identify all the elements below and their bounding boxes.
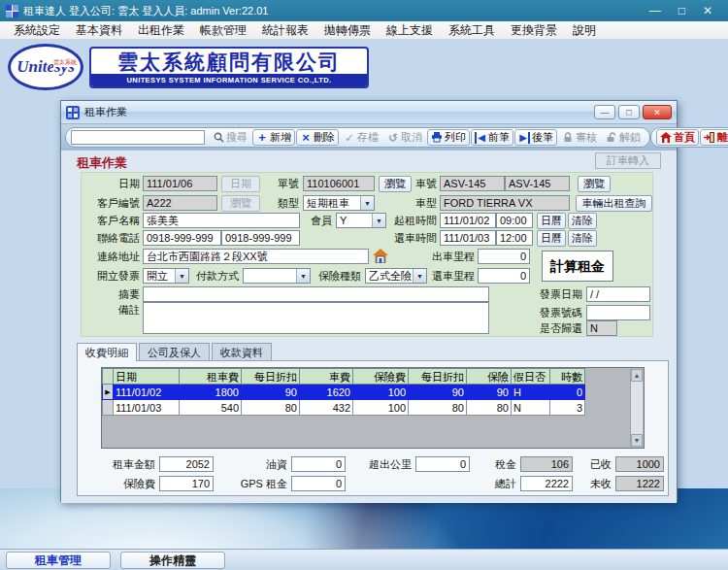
add-button[interactable]: +新增 (252, 129, 295, 146)
tab-fee-detail[interactable]: 收費明細 (77, 343, 137, 361)
window-close-button[interactable]: ✕ (643, 105, 672, 119)
type-dropdown[interactable]: 短期租車 ▼ (303, 195, 375, 211)
rent-end-date-field[interactable]: 111/01/03 (440, 230, 496, 246)
delete-button[interactable]: ×刪除 (296, 129, 339, 146)
col-date[interactable]: 日期 (114, 369, 180, 385)
search-icon (213, 132, 224, 144)
os-minimize-button[interactable]: — (649, 1, 661, 20)
menu-system-tools[interactable]: 系統工具 (441, 21, 503, 40)
rent-end-clear-button[interactable]: 清除 (568, 230, 597, 247)
note-label: 備註 (101, 302, 140, 318)
window-titlebar[interactable]: 租車作業 — □ ✕ (61, 101, 677, 124)
insurance-fee-field[interactable]: 170 (159, 476, 214, 491)
menu-basic-data[interactable]: 基本資料 (68, 21, 130, 40)
menu-system-settings[interactable]: 系統設定 (6, 21, 68, 40)
company-name-box: 雲太系統顧問有限公司 UNITESYS SYSTEM INFORMATION S… (89, 47, 369, 88)
tab-payment-info[interactable]: 收款資料 (212, 343, 272, 360)
scroll-up-icon[interactable]: ▲ (631, 369, 643, 382)
member-value: Y (337, 214, 372, 227)
rent-start-clear-button[interactable]: 清除 (568, 213, 597, 229)
invoice-no-field[interactable] (586, 305, 650, 320)
customer-browse-button[interactable]: 瀏覽 (221, 195, 260, 212)
col-hours[interactable]: 時數 (550, 369, 585, 385)
payment-dropdown[interactable]: ▼ (243, 268, 311, 284)
address-field[interactable]: 台北市西園路路２段XX號 (143, 249, 369, 264)
customer-name-field[interactable]: 張美美 (143, 213, 300, 228)
mileage-in-field[interactable]: 0 (478, 268, 530, 284)
taskbar-rental-management[interactable]: 租車管理 (6, 552, 111, 569)
delete-label: 刪除 (314, 130, 335, 145)
vehicle-rental-query-button[interactable]: 車輛出租查詢 (576, 195, 652, 212)
toolbar-main-group: 搜尋 +新增 ×刪除 ✓存檔 ↺取消 列印 (65, 127, 650, 148)
rent-amount-field[interactable]: 2052 (159, 456, 214, 472)
table-row[interactable]: ▶ 111/01/02 1800 90 1620 100 90 90 H 0 (103, 385, 585, 400)
tab-company-guarantor[interactable]: 公司及保人 (139, 343, 210, 360)
window-minimize-button[interactable]: — (594, 105, 615, 119)
menu-vouchers[interactable]: 拋轉傳票 (316, 21, 379, 40)
save-label: 存檔 (357, 130, 379, 145)
col-car-fee[interactable]: 車費 (300, 369, 353, 385)
car-browse-button[interactable]: 瀏覽 (578, 176, 611, 192)
exit-button[interactable]: 離開 (700, 129, 728, 146)
menu-online-support[interactable]: 線上支援 (379, 21, 441, 40)
calc-rent-button[interactable]: 計算租金 (542, 251, 613, 282)
mileage-in-label: 還車里程 (429, 268, 475, 284)
chevron-down-icon: ▼ (413, 269, 426, 283)
grid-scrollbar[interactable]: ▲ ▼ (630, 369, 643, 447)
unlock-button[interactable]: 解鎖 (602, 129, 645, 146)
rent-end-time-field[interactable]: 12:00 (496, 230, 533, 246)
type-value: 短期租車 (304, 196, 360, 210)
audit-label: 審核 (576, 130, 597, 145)
member-dropdown[interactable]: Y ▼ (336, 213, 386, 228)
rent-start-date-field[interactable]: 111/01/02 (440, 213, 496, 228)
gps-rent-field[interactable]: 0 (291, 476, 346, 491)
booking-transfer-button[interactable]: 訂車轉入 (595, 152, 661, 169)
rent-start-calendar-button[interactable]: 日曆 (537, 213, 566, 229)
menu-reports[interactable]: 統計報表 (254, 21, 316, 40)
over-km-field[interactable]: 0 (415, 456, 470, 472)
insurance-dropdown[interactable]: 乙式全險 ▼ (365, 268, 427, 284)
note-textarea[interactable] (143, 302, 489, 334)
window-maximize-button[interactable]: □ (618, 105, 640, 119)
rent-start-time-field[interactable]: 09:00 (496, 213, 533, 228)
search-input[interactable] (71, 130, 205, 145)
memo-field[interactable] (143, 286, 489, 302)
col-daily-discount-1[interactable]: 每日折扣 (242, 369, 300, 385)
house-icon[interactable] (373, 249, 389, 264)
menu-rental-ops[interactable]: 出租作業 (130, 21, 192, 40)
mileage-out-field[interactable]: 0 (478, 249, 530, 264)
taskbar-operation-wizard[interactable]: 操作精靈 (120, 552, 225, 569)
menu-change-background[interactable]: 更換背景 (503, 21, 565, 40)
print-button[interactable]: 列印 (427, 129, 470, 146)
col-holiday-flag[interactable]: 假日否 (512, 369, 550, 385)
save-button[interactable]: ✓存檔 (340, 129, 382, 146)
invoice-date-field[interactable]: / / (586, 286, 650, 302)
audit-button[interactable]: 審核 (558, 129, 601, 146)
home-icon (660, 132, 672, 144)
os-close-button[interactable]: ✕ (703, 1, 712, 20)
scroll-down-icon[interactable]: ▼ (631, 434, 643, 447)
phone-field-2[interactable]: 0918-999-999 (221, 230, 300, 246)
os-maximize-button[interactable]: □ (678, 1, 685, 20)
menu-accounting[interactable]: 帳款管理 (192, 21, 254, 40)
rental-window: 租車作業 — □ ✕ 搜尋 +新增 ×刪除 ✓ (60, 100, 678, 502)
col-insurance-fee[interactable]: 保險費 (353, 369, 409, 385)
home-button[interactable]: 首頁 (656, 129, 699, 146)
date-button[interactable]: 日期 (221, 176, 260, 192)
next-record-button[interactable]: ▶後筆 (514, 129, 557, 146)
col-rent-fee[interactable]: 租車費 (180, 369, 242, 385)
col-daily-discount-2[interactable]: 每日折扣 (409, 369, 467, 385)
fuel-field[interactable]: 0 (291, 456, 346, 472)
menu-help[interactable]: 說明 (565, 21, 604, 40)
cancel-button[interactable]: ↺取消 (383, 129, 426, 146)
prev-record-button[interactable]: ◀前筆 (471, 129, 513, 146)
col-insurance[interactable]: 保險 (467, 369, 512, 385)
customer-name-label: 客戶名稱 (83, 213, 140, 228)
search-button[interactable]: 搜尋 (209, 129, 251, 146)
order-browse-button[interactable]: 瀏覽 (379, 176, 412, 192)
table-row[interactable]: 111/01/03 540 80 432 100 80 80 N 3 (103, 400, 585, 416)
invoice-make-dropdown[interactable]: 開立 ▼ (143, 268, 189, 284)
rent-end-calendar-button[interactable]: 日曆 (537, 230, 566, 247)
total-field[interactable]: 2222 (520, 476, 573, 491)
phone-field-1[interactable]: 0918-999-999 (143, 230, 221, 246)
